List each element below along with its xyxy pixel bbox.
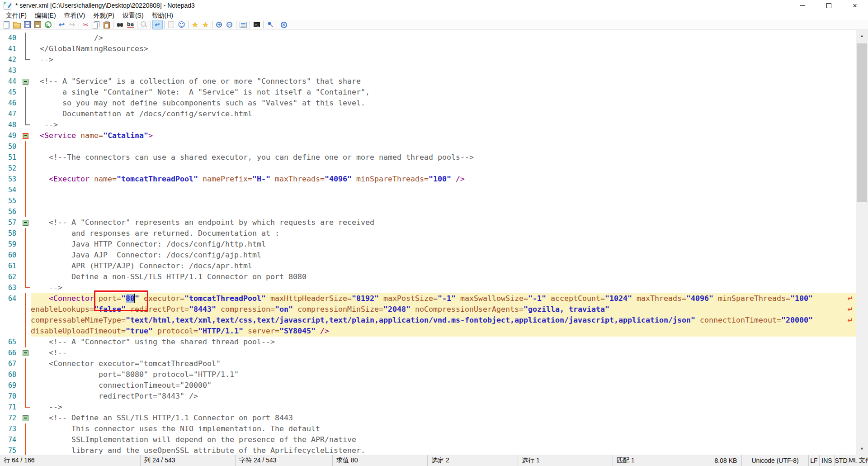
code-row[interactable]: 44 <!-- A "Service" is a collection of o… bbox=[0, 76, 856, 87]
fold-collapse-icon[interactable] bbox=[23, 79, 28, 85]
recent-files-button[interactable] bbox=[43, 20, 53, 29]
scroll-up-button[interactable]: ▲ bbox=[856, 30, 868, 42]
code-row[interactable]: 46 so you may not define subcomponents s… bbox=[0, 98, 856, 109]
code-row[interactable]: 57 <!-- A "Connector" represents an endp… bbox=[0, 217, 856, 228]
exit-button[interactable]: × bbox=[278, 20, 289, 29]
fold-margin[interactable] bbox=[20, 217, 31, 228]
paste-button[interactable] bbox=[101, 20, 112, 29]
fold-collapse-icon[interactable] bbox=[23, 350, 28, 356]
code-row[interactable]: 74 SSLImplementation will depend on the … bbox=[0, 434, 856, 445]
code-row[interactable]: 68 port="8080" protocol="HTTP/1.1" bbox=[0, 369, 856, 380]
code-row[interactable]: 70 redirectPort="8443" /> bbox=[0, 391, 856, 402]
redo-button[interactable]: ↪ bbox=[67, 20, 77, 29]
code-row[interactable]: 40 /> bbox=[0, 33, 856, 43]
code-row[interactable]: 56 bbox=[0, 206, 856, 217]
vertical-scrollbar[interactable]: ▲ ▼ bbox=[856, 30, 868, 455]
word-wrap-button[interactable]: ↵ bbox=[152, 20, 163, 29]
fold-margin[interactable] bbox=[20, 347, 31, 358]
menu-item-0[interactable]: 文件(F) bbox=[2, 11, 31, 20]
find-in-files-button[interactable] bbox=[139, 20, 149, 29]
zoom-out-button[interactable]: − bbox=[224, 20, 235, 29]
save-button[interactable] bbox=[22, 20, 33, 29]
code-row[interactable]: 72 <!-- Define an SSL/TLS HTTP/1.1 Conne… bbox=[0, 413, 856, 423]
title-bar[interactable]: * server.xml [C:\Users\challengy\Desktop… bbox=[0, 0, 868, 11]
fold-collapse-icon-active[interactable] bbox=[23, 133, 28, 139]
open-file-button[interactable] bbox=[12, 20, 22, 29]
fold-collapse-icon[interactable] bbox=[23, 415, 28, 421]
encoding-button[interactable]: ☺ bbox=[176, 20, 187, 29]
status-file-type[interactable]: XML 文件 bbox=[848, 455, 868, 466]
minimize-button[interactable] bbox=[789, 0, 816, 11]
fold-margin[interactable] bbox=[20, 76, 31, 87]
copy-add-button[interactable] bbox=[166, 20, 176, 29]
code-row[interactable]: 41 </GlobalNamingResources> bbox=[0, 43, 856, 54]
code-row[interactable]: 55 bbox=[0, 195, 856, 206]
fold-collapse-icon[interactable] bbox=[23, 220, 28, 226]
menu-item-4[interactable]: 设置(S) bbox=[118, 11, 148, 20]
undo-button[interactable]: ↩ bbox=[57, 20, 67, 29]
fold-margin[interactable] bbox=[20, 130, 31, 141]
code-row[interactable]: 61 APR (HTTP/AJP) Connector: /docs/apr.h… bbox=[0, 261, 856, 271]
status-eol-mode[interactable]: LF bbox=[808, 455, 819, 466]
favorites-button[interactable]: ★ bbox=[190, 20, 200, 29]
status-column[interactable]: 列 24 / 543 bbox=[140, 455, 235, 466]
menu-item-5[interactable]: 帮助(H) bbox=[148, 11, 177, 20]
code-row[interactable]: 53 <Executor name="tomcatThreadPool" nam… bbox=[0, 174, 856, 185]
code-row[interactable]: 48 --> bbox=[0, 119, 856, 130]
find-button[interactable] bbox=[115, 20, 125, 29]
code-row[interactable]: 59 Java HTTP Connector: /docs/config/htt… bbox=[0, 239, 856, 250]
code-row[interactable]: 75 library and the useOpenSSL attribute … bbox=[0, 445, 856, 455]
code-row[interactable]: 66 <!-- bbox=[0, 347, 856, 358]
status-selected-lines[interactable]: 选行 1 bbox=[518, 455, 613, 466]
code-row[interactable]: compressableMimeType="text/html,text/xml… bbox=[0, 315, 856, 326]
code-row[interactable]: 52 bbox=[0, 163, 856, 174]
code-row[interactable]: 67 <Connector executor="tomcatThreadPool… bbox=[0, 358, 856, 369]
code-row[interactable]: 58 and responses are returned. Documenta… bbox=[0, 228, 856, 239]
code-row[interactable]: 65 <!-- A "Connector" using the shared t… bbox=[0, 337, 856, 347]
scroll-down-button[interactable]: ▼ bbox=[856, 443, 868, 455]
zoom-in-button[interactable]: + bbox=[214, 20, 224, 29]
code-row[interactable]: 45 a single "Container" Note: A "Service… bbox=[0, 87, 856, 98]
status-case-mode[interactable]: STD bbox=[834, 455, 848, 466]
status-matches[interactable]: 匹配 1 bbox=[613, 455, 710, 466]
menu-item-3[interactable]: 外观(P) bbox=[89, 11, 118, 20]
document-list-button[interactable] bbox=[238, 20, 248, 29]
code-row[interactable]: 49 <Service name="Catalina"> bbox=[0, 130, 856, 141]
new-document-button[interactable] bbox=[1, 20, 12, 29]
status-file-size[interactable]: 8.08 KB bbox=[710, 455, 741, 466]
code-row[interactable]: 62 Define a non-SSL/TLS HTTP/1.1 Connect… bbox=[0, 271, 856, 282]
code-row[interactable]: 69 connectionTimeout="20000" bbox=[0, 380, 856, 391]
menu-item-2[interactable]: 查看(V) bbox=[60, 11, 90, 20]
fold-margin[interactable] bbox=[20, 413, 31, 423]
status-encoding[interactable]: Unicode (UTF-8) bbox=[741, 455, 808, 466]
status-eval[interactable]: 求值 80 bbox=[332, 455, 427, 466]
menu-item-1[interactable]: 编辑(E) bbox=[31, 11, 60, 20]
code-row[interactable]: 43 bbox=[0, 65, 856, 76]
code-row[interactable]: 51 <!--The connectors can use a shared e… bbox=[0, 152, 856, 163]
pin-button[interactable] bbox=[265, 20, 275, 29]
add-favorite-button[interactable]: ★ bbox=[200, 20, 211, 29]
launch-console-button[interactable]: >_ bbox=[251, 20, 262, 29]
code-row[interactable]: 60 Java AJP Connector: /docs/config/ajp.… bbox=[0, 250, 856, 261]
copy-button[interactable] bbox=[91, 20, 101, 29]
replace-button[interactable]: ba bbox=[125, 20, 136, 29]
cut-button[interactable]: ✂ bbox=[80, 20, 91, 29]
code-row[interactable]: 47 Documentation at /docs/config/service… bbox=[0, 109, 856, 119]
status-line[interactable]: 行 64 / 166 bbox=[0, 455, 140, 466]
code-row[interactable]: 71 --> bbox=[0, 402, 856, 413]
scrollbar-thumb[interactable] bbox=[857, 43, 867, 202]
maximize-button[interactable] bbox=[816, 0, 842, 11]
status-character[interactable]: 字符 24 / 543 bbox=[235, 455, 332, 466]
code-area[interactable]: 40 />41 </GlobalNamingResources>42 -->43… bbox=[0, 33, 856, 455]
status-insert-mode[interactable]: INS bbox=[819, 455, 834, 466]
code-row[interactable]: 50 bbox=[0, 141, 856, 152]
code-row[interactable]: 54 bbox=[0, 185, 856, 195]
code-row[interactable]: disableUploadTimeout="true" protocol="HT… bbox=[0, 326, 856, 337]
status-selected-chars[interactable]: 选定 2 bbox=[427, 455, 518, 466]
code-row[interactable]: 73 This connector uses the NIO implement… bbox=[0, 423, 856, 434]
editor[interactable]: 40 />41 </GlobalNamingResources>42 -->43… bbox=[0, 30, 868, 455]
close-button[interactable]: × bbox=[842, 0, 868, 11]
code-row[interactable]: 42 --> bbox=[0, 54, 856, 65]
line-number: 46 bbox=[0, 98, 20, 109]
save-copy-button[interactable] bbox=[33, 20, 43, 29]
